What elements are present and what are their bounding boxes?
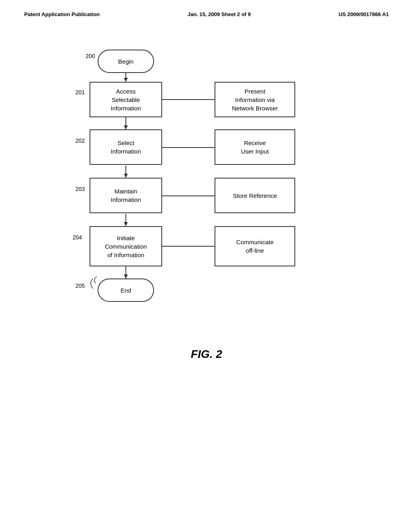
label-203: 203 — [75, 186, 85, 192]
node-r201: Present Information via Network Browser — [215, 82, 295, 117]
node-r203: Store Reference — [215, 178, 295, 213]
svg-marker-7 — [124, 222, 128, 226]
flowchart-diagram: Begin 200 Access Selectable Information … — [45, 42, 368, 324]
header-center: Jan. 15, 2009 Sheet 2 of 9 — [188, 11, 251, 17]
label-201: 201 — [75, 89, 85, 96]
node-r204: Communicate off-line — [215, 226, 295, 266]
svg-marker-9 — [124, 274, 128, 278]
header-left: Patent Application Publication — [24, 11, 100, 17]
svg-marker-1 — [124, 78, 128, 82]
node-204: Initiate Communication of Information — [90, 226, 162, 266]
label-205: 205 — [75, 283, 85, 289]
node-202: Select Information — [90, 129, 162, 165]
figure-caption: FIG. 2 — [0, 348, 413, 361]
label-202: 202 — [75, 137, 85, 144]
node-r202: Receive User Input — [215, 129, 295, 165]
label-200: 200 — [86, 53, 95, 59]
svg-marker-3 — [124, 125, 128, 129]
node-203: Maintain Information — [90, 178, 162, 213]
end-node: End — [98, 278, 154, 302]
svg-marker-5 — [124, 174, 128, 178]
label-204: 204 — [73, 234, 82, 241]
page-header: Patent Application Publication Jan. 15, … — [0, 0, 413, 17]
node-201: Access Selectable Information — [90, 82, 162, 117]
begin-node: Begin — [98, 50, 154, 73]
header-right: US 2009/0017866 A1 — [338, 11, 389, 17]
